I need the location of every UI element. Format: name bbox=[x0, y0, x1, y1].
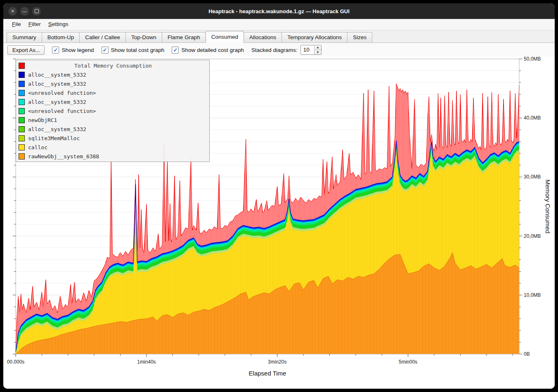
legend-swatch bbox=[19, 135, 25, 141]
checkbox-icon: ✓ bbox=[52, 47, 59, 54]
legend-label: newObjRC1 bbox=[28, 117, 57, 123]
stacked-diagrams-label: Stacked diagrams: bbox=[251, 47, 298, 53]
legend-swatch bbox=[19, 117, 25, 123]
legend-item: alloc__system_5332 bbox=[16, 79, 209, 88]
y-axis-label: 10,0MB bbox=[524, 292, 541, 298]
legend-item: rawNewObj__system_6388 bbox=[16, 152, 209, 161]
close-button[interactable]: ✕ bbox=[8, 7, 17, 16]
checkbox-label: Show detailed cost graph bbox=[181, 47, 244, 53]
legend-label: calloc bbox=[28, 144, 47, 150]
legend-swatch bbox=[19, 144, 25, 150]
legend-label: alloc__system_5332 bbox=[28, 81, 86, 87]
y-axis-label: 50,0MB bbox=[524, 57, 541, 62]
legend-label: rawNewObj__system_6388 bbox=[28, 153, 99, 160]
menu-settings[interactable]: Settings bbox=[45, 19, 72, 30]
x-axis-label: 5min00s bbox=[399, 359, 417, 365]
legend-item: <unresolved function> bbox=[16, 88, 209, 97]
legend-swatch bbox=[19, 108, 25, 114]
tab-summary[interactable]: Summary bbox=[7, 32, 42, 42]
export-as-button[interactable]: Export As... bbox=[7, 45, 45, 55]
stacked-diagrams-spinbox[interactable]: 10 bbox=[300, 45, 322, 55]
chart-area: 0B10,0MB20,0MB30,0MB40,0MB50,0MB00.000s1… bbox=[3, 57, 555, 389]
toolbar: Export As... ✓Show legend✓Show total cos… bbox=[3, 43, 555, 57]
legend-swatch bbox=[19, 99, 25, 105]
spin-down-icon bbox=[317, 52, 319, 53]
legend-item: sqlite3MemMalloc bbox=[16, 134, 209, 143]
legend-swatch bbox=[19, 81, 25, 87]
menu-filter[interactable]: Filter bbox=[25, 19, 45, 30]
y-axis-label: 0B bbox=[524, 351, 530, 357]
title-bar: ✕ — Heaptrack - heaptrack.wakunode.1.gz … bbox=[3, 3, 555, 19]
legend-item: alloc__system_5332 bbox=[16, 124, 209, 134]
checkbox-icon: ✓ bbox=[172, 47, 179, 54]
legend-label: <unresolved function> bbox=[28, 108, 96, 114]
minimize-icon: — bbox=[22, 9, 27, 14]
x-axis-label: 3min20s bbox=[268, 359, 286, 365]
legend-label: alloc__system_5332 bbox=[28, 72, 86, 78]
tab-caller-callee[interactable]: Caller / Callee bbox=[79, 32, 126, 42]
checkbox-show-legend[interactable]: ✓Show legend bbox=[52, 47, 94, 54]
legend-item: calloc bbox=[16, 143, 209, 152]
legend-label: <unresolved function> bbox=[28, 90, 96, 96]
y-axis-label: 40,0MB bbox=[524, 115, 541, 121]
checkbox-show-detailed-cost-graph[interactable]: ✓Show detailed cost graph bbox=[172, 47, 244, 54]
tab-consumed[interactable]: Consumed bbox=[206, 31, 244, 43]
y-axis-title: Memory Consumed bbox=[544, 180, 551, 234]
legend-swatch bbox=[19, 153, 25, 160]
legend-item: alloc__system_5332 bbox=[16, 97, 209, 106]
app-window: ✕ — Heaptrack - heaptrack.wakunode.1.gz … bbox=[3, 3, 555, 389]
legend-item: alloc__system_5332 bbox=[16, 70, 209, 79]
legend-swatch bbox=[19, 63, 25, 69]
spin-buttons bbox=[314, 45, 321, 54]
maximize-icon bbox=[35, 9, 39, 13]
legend-label: alloc__system_5332 bbox=[28, 126, 86, 132]
checkbox-label: Show legend bbox=[61, 47, 94, 53]
legend-swatch bbox=[19, 72, 25, 78]
spin-up-button[interactable] bbox=[314, 45, 321, 50]
chart-legend: Total Memory Consumptionalloc__system_53… bbox=[16, 60, 210, 162]
tab-top-down[interactable]: Top-Down bbox=[125, 32, 162, 42]
x-axis-label: 1min40s bbox=[137, 359, 156, 365]
menu-bar: FileFilterSettings bbox=[3, 19, 555, 31]
tab-temporary-allocations[interactable]: Temporary Allocations bbox=[281, 32, 348, 42]
legend-label: alloc__system_5332 bbox=[28, 99, 86, 105]
x-axis-label: 00.000s bbox=[7, 359, 25, 365]
checkbox-icon: ✓ bbox=[102, 47, 109, 54]
legend-label: Total Memory Consumption bbox=[28, 63, 198, 69]
stacked-diagrams-control: Stacked diagrams: 10 bbox=[251, 45, 322, 55]
maximize-button[interactable] bbox=[32, 7, 41, 16]
spin-down-button[interactable] bbox=[314, 50, 321, 55]
desktop: { "window": { "title": "Heaptrack - heap… bbox=[0, 0, 558, 392]
stacked-diagrams-value[interactable]: 10 bbox=[301, 45, 314, 54]
close-icon: ✕ bbox=[11, 9, 14, 14]
checkbox-label: Show total cost graph bbox=[111, 47, 165, 53]
minimize-button[interactable]: — bbox=[20, 7, 29, 16]
legend-title-row: Total Memory Consumption bbox=[16, 61, 209, 70]
legend-item: <unresolved function> bbox=[16, 106, 209, 115]
window-controls: ✕ — bbox=[3, 7, 41, 16]
tab-bar: SummaryBottom-UpCaller / CalleeTop-DownF… bbox=[3, 31, 555, 43]
tab-allocations[interactable]: Allocations bbox=[244, 32, 282, 42]
y-axis-label: 30,0MB bbox=[524, 174, 541, 180]
checkbox-show-total-cost-graph[interactable]: ✓Show total cost graph bbox=[102, 47, 165, 54]
spin-up-icon bbox=[317, 47, 319, 48]
window-title: Heaptrack - heaptrack.wakunode.1.gz — He… bbox=[3, 8, 555, 14]
legend-item: newObjRC1 bbox=[16, 115, 209, 124]
legend-swatch bbox=[19, 126, 25, 132]
checkbox-group: ✓Show legend✓Show total cost graph✓Show … bbox=[52, 47, 244, 54]
tab-sizes[interactable]: Sizes bbox=[347, 32, 372, 42]
tab-flame-graph[interactable]: Flame Graph bbox=[162, 32, 206, 42]
menu-file[interactable]: File bbox=[8, 19, 25, 30]
tab-bottom-up[interactable]: Bottom-Up bbox=[42, 32, 80, 42]
legend-label: sqlite3MemMalloc bbox=[28, 135, 80, 141]
y-axis-label: 20,0MB bbox=[524, 233, 541, 239]
legend-swatch bbox=[19, 90, 25, 96]
x-axis-title: Elapsed Time bbox=[249, 370, 286, 377]
